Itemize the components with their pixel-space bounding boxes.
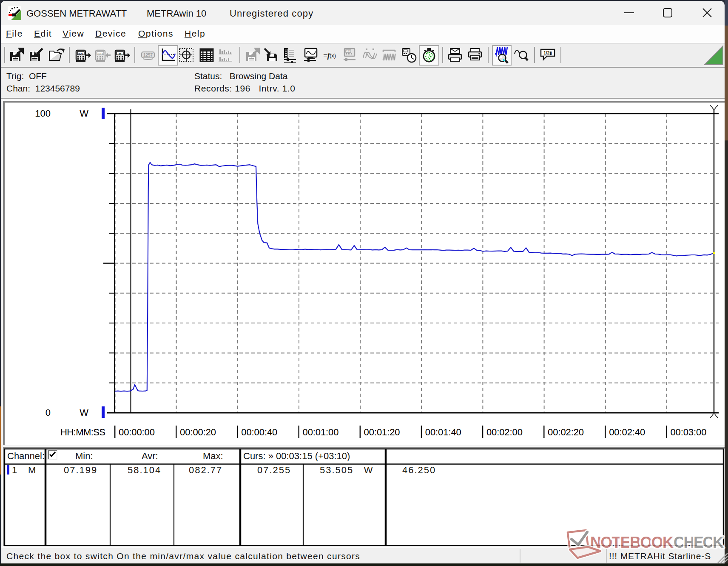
svg-text:NOTEBOOK: NOTEBOOK: [590, 534, 674, 551]
svg-text:CHECK: CHECK: [674, 534, 724, 551]
